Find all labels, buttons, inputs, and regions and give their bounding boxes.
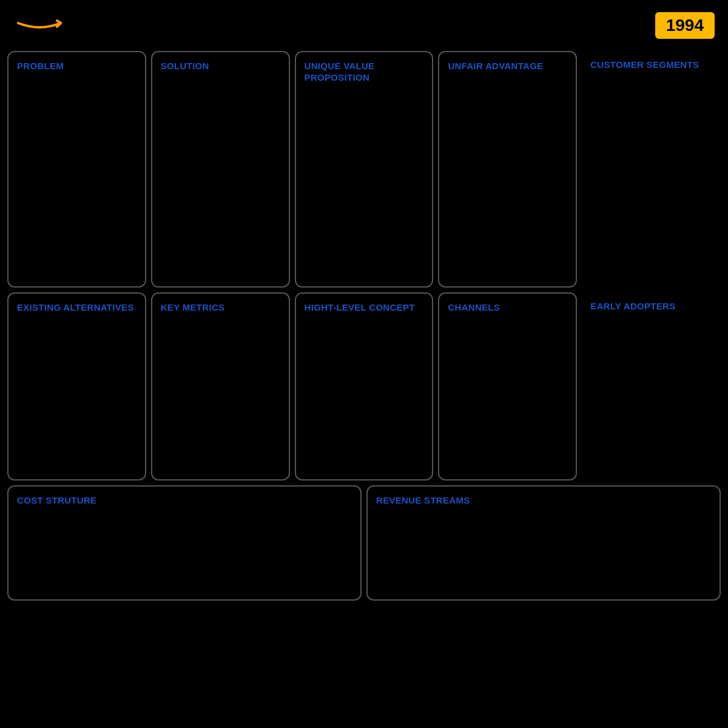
early-adopters-label: EARLY ADOPTERS — [590, 301, 712, 312]
hight-level-concept-label: HIGHT-LEVEL CONCEPT — [305, 302, 424, 314]
revenue-streams-card: REVENUE STREAMS — [366, 485, 721, 601]
customer-segments-label: CUSTOMER SEGMENTS — [590, 59, 712, 71]
header: 1994 — [0, 0, 728, 46]
top-row: PROBLEM SOLUTION UNIQUE VALUE PROPOSITIO… — [0, 46, 728, 290]
unfair-advantage-label: UNFAIR ADVANTAGE — [448, 61, 567, 72]
existing-alternatives-label: EXISTING ALTERNATIVES — [17, 302, 136, 314]
early-adopters-card: EARLY ADOPTERS — [582, 292, 721, 480]
channels-label: CHANNELS — [448, 302, 567, 314]
cost-structure-label: COST STRUTURE — [17, 495, 352, 507]
solution-card: SOLUTION — [151, 51, 290, 288]
problem-card: PROBLEM — [7, 51, 146, 288]
customer-segments-card: CUSTOMER SEGMENTS — [582, 51, 721, 288]
problem-label: PROBLEM — [17, 61, 136, 72]
hight-level-concept-card: HIGHT-LEVEL CONCEPT — [295, 292, 434, 480]
solution-label: SOLUTION — [161, 61, 280, 72]
unfair-advantage-card: UNFAIR ADVANTAGE — [438, 51, 577, 288]
middle-row: EXISTING ALTERNATIVES KEY METRICS HIGHT-… — [0, 290, 728, 483]
unique-value-proposition-card: UNIQUE VALUE PROPOSITION — [295, 51, 434, 288]
key-metrics-label: KEY METRICS — [161, 302, 280, 314]
key-metrics-card: KEY METRICS — [151, 292, 290, 480]
cost-structure-card: COST STRUTURE — [7, 485, 362, 601]
unique-value-proposition-label: UNIQUE VALUE PROPOSITION — [305, 61, 424, 84]
revenue-streams-label: REVENUE STREAMS — [376, 495, 711, 507]
existing-alternatives-card: EXISTING ALTERNATIVES — [7, 292, 146, 480]
bottom-row: COST STRUTURE REVENUE STREAMS — [0, 483, 728, 605]
channels-card: CHANNELS — [438, 292, 577, 480]
year-badge: 1994 — [654, 11, 716, 40]
amazon-logo — [12, 16, 67, 35]
